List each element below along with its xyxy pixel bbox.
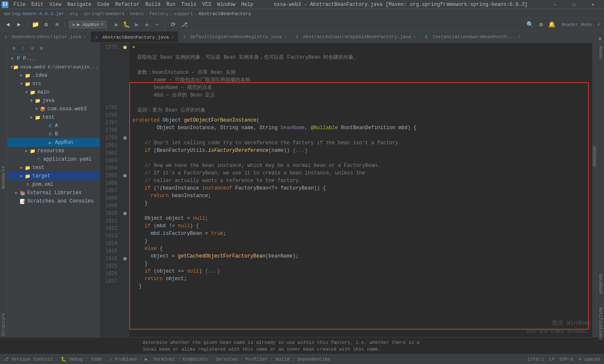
database-tab[interactable]: Database [597, 270, 604, 304]
coverage-button[interactable]: ▶ [132, 20, 141, 29]
tab-close-4[interactable]: × [518, 35, 521, 39]
problems-label[interactable]: Problems [115, 357, 137, 362]
tab-label-2: DefaultSingletonBeanRegistry.java [190, 34, 282, 39]
tree-item-apprun[interactable]: ▶ AppRun [8, 138, 99, 147]
terminal-label[interactable]: Terminal [153, 357, 175, 362]
line-separator[interactable]: LF [549, 357, 555, 362]
menu-view[interactable]: View [47, 1, 64, 8]
indent-info[interactable]: 4 spaces [578, 357, 601, 362]
encoding[interactable]: UTF-8 [560, 357, 573, 362]
code-line-1808 [133, 207, 592, 215]
breadcrumb-part-2[interactable]: springframework [83, 11, 125, 16]
close-button[interactable]: ✕ [583, 0, 602, 9]
sidebar-gear-icon[interactable]: ⚙ [10, 45, 18, 52]
menu-run[interactable]: Run [164, 1, 178, 8]
vertical-scrollbar[interactable] [592, 43, 596, 337]
menu-build[interactable]: Build [143, 1, 163, 8]
breadcrumb-part-6[interactable]: AbstractBeanFactory [198, 11, 251, 16]
tree-item-src[interactable]: ▼ 📁 src [8, 80, 99, 88]
tab-close-2[interactable]: × [284, 35, 286, 39]
notifications-icon[interactable]: 🔔 [547, 20, 557, 29]
menu-file[interactable]: File [11, 1, 28, 8]
menu-navigate[interactable]: Navigate [65, 1, 94, 8]
toolbar-icon-3[interactable]: ≡ [52, 20, 62, 29]
tab-close-0[interactable]: × [83, 35, 86, 39]
dependencies-label[interactable]: Dependencies [297, 357, 330, 362]
breadcrumb-part-1[interactable]: org [70, 11, 78, 16]
code-body[interactable]: ● 获取给定 Bean 实例的对象，可以是 Bean 实例本身，也可以是 Fac… [129, 43, 592, 337]
tab-instantiation-aware[interactable]: I InstantiationAwareBeanPostP... × [421, 31, 525, 42]
menu-help[interactable]: Help [239, 1, 256, 8]
menu-code[interactable]: Code [95, 1, 112, 8]
debug-label[interactable]: Debug [69, 357, 83, 362]
tab-abstract-autowire[interactable]: J AbstractAutowireCapableBeanFactory.jav… [291, 31, 420, 42]
endpoints-label[interactable]: Endpoints [183, 357, 208, 362]
tab-abstract-bean-factory[interactable]: J AbstractBeanFactory.java × [91, 31, 178, 42]
tree-item-pom[interactable]: X pom.xml [8, 180, 99, 189]
forward-button[interactable]: ► [14, 20, 23, 29]
tab-close-1[interactable]: × [171, 35, 174, 40]
tree-item-idea[interactable]: ► 📁 .idea [8, 71, 99, 80]
menu-window[interactable]: Window [215, 1, 238, 8]
maximize-button[interactable]: □ [565, 0, 583, 9]
structure-panel[interactable]: Structure [0, 312, 7, 337]
tab-dependency-descriptor[interactable]: J DependencyDescriptor.java × [0, 31, 91, 42]
breadcrumb-part-4[interactable]: factory [149, 11, 169, 16]
reader-mode-button[interactable]: Reader Mode [558, 21, 596, 28]
debug-button[interactable]: 🐛 [122, 20, 131, 29]
tab-default-singleton[interactable]: J DefaultSingletonBeanRegistry.java × [179, 31, 292, 42]
vcs-button[interactable]: ⎇ [180, 20, 189, 29]
search-everywhere-icon[interactable]: 🔍 [526, 20, 535, 29]
tree-item-java[interactable]: ▼ 📁 java [8, 96, 99, 105]
scrollbar-thumb[interactable] [593, 146, 596, 167]
menu-vcs[interactable]: VCS [200, 1, 214, 8]
tab-overflow-button[interactable]: ▼ [596, 36, 604, 42]
todo-label[interactable]: TODO [91, 357, 102, 362]
minimize-button[interactable]: – [546, 0, 565, 9]
tree-item-yaml[interactable]: Y application.yaml [8, 155, 99, 164]
code-container[interactable]: 1775 1785 1786 1787 1788 1789 1801 1802 … [100, 43, 596, 337]
menu-refactor[interactable]: Refactor [113, 1, 142, 8]
tab-close-3[interactable]: × [414, 35, 416, 39]
bookmarks-panel[interactable]: Bookmarks [0, 43, 7, 312]
menu-tools[interactable]: Tools [179, 1, 199, 8]
sidebar-expand-icon[interactable]: ⊞ [38, 45, 45, 52]
breadcrumb-part-3[interactable]: beans [130, 11, 144, 16]
menu-edit[interactable]: Edit [29, 1, 46, 8]
run-config-selector[interactable]: ▶ ▶ AppRun ▼ [69, 21, 107, 29]
run-button[interactable]: ▶ [112, 20, 121, 29]
sidebar-sort-icon[interactable]: ↕ [19, 45, 27, 52]
sidebar-filter-icon[interactable]: ≡ [29, 45, 36, 52]
reader-mode-check-icon[interactable]: ✓ [597, 21, 601, 28]
update-button[interactable]: ⟳ [169, 20, 178, 29]
version-control-label[interactable]: Version Control [11, 357, 53, 362]
tree-item-project[interactable]: ▼ P P... [8, 55, 99, 63]
services-label[interactable]: Services [216, 357, 238, 362]
breadcrumb-part-0[interactable]: spring-beans-6.0.3.jar [3, 11, 64, 16]
profiler-label[interactable]: Profiler [245, 357, 268, 362]
project-structure-icon[interactable]: 📁 [31, 20, 40, 29]
type-fb: FactoryBean<?> [235, 185, 281, 192]
maven-tab[interactable]: Maven [597, 43, 604, 270]
settings-icon[interactable]: ⚙ [42, 20, 51, 29]
more-run-button[interactable]: ⋯ [152, 20, 161, 29]
tree-item-main[interactable]: ▼ 📁 main [8, 88, 99, 96]
tree-item-package[interactable]: ▼ 📦 com.ossa.web3 [8, 105, 99, 113]
tree-item-test2[interactable]: ► 📁 test [8, 164, 99, 172]
cursor-position[interactable]: 1776:1 [527, 357, 544, 362]
tree-item-target[interactable]: ► 📁 target [8, 172, 99, 180]
back-button[interactable]: ◄ [3, 20, 13, 29]
breadcrumb-part-5[interactable]: support [174, 11, 193, 16]
tree-item-scratches[interactable]: 📝 Scratches and Consoles [8, 197, 99, 205]
profile-button[interactable]: ◈ [142, 20, 151, 29]
tree-item-ossa-web3[interactable]: ▼ 📁 ossa-web3 C:\Users\sunjin... [8, 63, 99, 71]
tree-label-ext-libs: External Libraries [27, 190, 82, 196]
build-label[interactable]: Build [276, 357, 289, 362]
notifications-tab[interactable]: Notifications [597, 304, 604, 337]
tree-item-test-folder[interactable]: ► 📁 test [8, 113, 99, 122]
tree-item-ext-libs[interactable]: ► 📚 External Libraries [8, 189, 99, 197]
tree-item-class-b[interactable]: C B [8, 130, 99, 138]
settings-main-icon[interactable]: ⚙ [536, 20, 546, 29]
tree-item-resources[interactable]: ► 📁 resources [8, 147, 99, 155]
tree-item-class-a[interactable]: C A [8, 122, 99, 130]
